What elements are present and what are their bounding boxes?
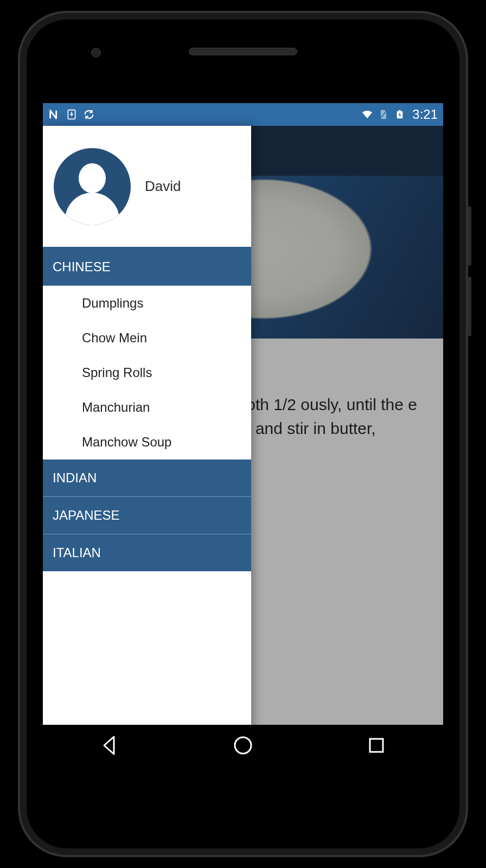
user-name: David (145, 178, 181, 195)
group-indian[interactable]: INDIAN (43, 459, 251, 497)
item-spring-rolls[interactable]: Spring Rolls (43, 355, 251, 390)
svg-rect-5 (370, 739, 383, 752)
volume-up-button (468, 206, 471, 266)
phone-camera (91, 48, 101, 58)
wifi-icon (361, 108, 373, 120)
volume-down-button (468, 277, 471, 336)
home-button[interactable] (210, 729, 276, 764)
svg-point-4 (235, 737, 251, 754)
back-button[interactable] (77, 729, 142, 764)
download-icon (66, 108, 78, 120)
item-dumplings[interactable]: Dumplings (43, 286, 251, 321)
battery-charging-icon (394, 108, 406, 120)
group-chinese[interactable]: CHINESE (43, 248, 251, 286)
home-icon (232, 735, 254, 756)
android-n-icon (48, 108, 60, 120)
item-chow-mein[interactable]: Chow Mein (43, 321, 251, 355)
phone-speaker (189, 48, 297, 55)
group-italian[interactable]: ITALIAN (43, 534, 251, 571)
avatar (54, 148, 131, 225)
no-sim-icon (378, 108, 389, 120)
sync-icon (83, 108, 95, 120)
item-manchurian[interactable]: Manchurian (43, 390, 251, 425)
system-nav-bar (43, 725, 443, 768)
status-time: 3:21 (412, 107, 438, 122)
recents-icon (366, 735, 387, 756)
item-manchow-soup[interactable]: Manchow Soup (43, 425, 251, 459)
drawer-header[interactable]: David (43, 126, 251, 248)
phone-frame: 3:21 Risotto and stir until the adding b… (18, 11, 468, 857)
svg-rect-3 (399, 110, 401, 111)
screen: 3:21 Risotto and stir until the adding b… (43, 103, 443, 768)
group-japanese[interactable]: JAPANESE (43, 497, 251, 534)
status-bar: 3:21 (43, 103, 443, 126)
navigation-drawer: David CHINESE Dumplings Chow Mein Spring… (43, 126, 251, 768)
back-icon (99, 735, 120, 756)
recents-button[interactable] (344, 729, 409, 764)
